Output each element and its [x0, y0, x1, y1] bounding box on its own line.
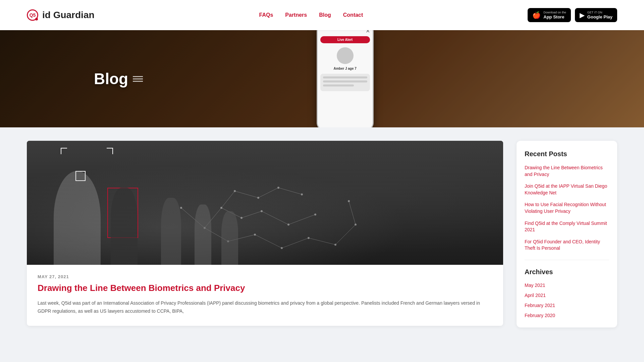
person-silhouette-1 — [54, 171, 101, 265]
hero-phone: ✕ Live Alert Amber J age 7 — [317, 30, 374, 127]
archive-april-2021[interactable]: April 2021 — [525, 293, 609, 298]
svg-line-15 — [335, 225, 356, 245]
post-card: MAY 27, 2021 Drawing the Line Between Bi… — [27, 265, 503, 326]
svg-point-21 — [281, 247, 283, 249]
archive-feb-2020[interactable]: February 2020 — [525, 313, 609, 318]
heading-line-3 — [133, 81, 143, 82]
blog-featured-image — [27, 141, 503, 265]
logo-icon: Q5 — [27, 9, 38, 21]
svg-point-23 — [334, 244, 336, 246]
svg-line-8 — [241, 211, 262, 218]
sidebar-post-1[interactable]: Drawing the Line Between Biometrics and … — [525, 165, 609, 178]
google-play-icon: ▶ — [580, 11, 585, 19]
archives-title: Archives — [525, 268, 609, 276]
heading-line-1 — [133, 76, 143, 77]
phone-screen: ✕ Live Alert Amber J age 7 — [318, 30, 373, 127]
scan-tl-corner — [60, 147, 74, 162]
archive-may-2021[interactable]: May 2021 — [525, 283, 609, 288]
hero-section: ✕ Live Alert Amber J age 7 Blog — [0, 30, 644, 127]
svg-point-24 — [220, 207, 222, 209]
blog-image-inner — [27, 141, 503, 265]
blog-heading: Blog — [94, 70, 143, 88]
app-store-text: Download on the App Store — [543, 11, 566, 19]
svg-line-13 — [258, 188, 278, 198]
google-play-button[interactable]: ▶ GET IT ON Google Play — [575, 8, 617, 22]
svg-point-30 — [257, 197, 259, 199]
nav-contact[interactable]: Contact — [343, 12, 363, 18]
svg-line-12 — [235, 191, 258, 198]
sidebar-post-5[interactable]: For Q5id Founder and CEO, Identity Theft… — [525, 239, 609, 252]
main-nav: FAQs Partners Blog Contact — [259, 12, 363, 18]
post-excerpt: Last week, Q5id was part of an Internati… — [38, 299, 492, 315]
phone-close-icon: ✕ — [320, 30, 370, 34]
svg-point-26 — [261, 210, 263, 212]
sidebar: Recent Posts Drawing the Line Between Bi… — [517, 141, 617, 327]
logo[interactable]: Q5 id Guardian — [27, 9, 95, 21]
scan-corner-svg-tr — [101, 147, 114, 161]
sidebar-post-4[interactable]: Find Q5id at the Comply Virtual Summit 2… — [525, 220, 609, 233]
svg-point-32 — [301, 193, 303, 195]
phone-avatar — [337, 47, 354, 64]
recent-posts-title: Recent Posts — [525, 150, 609, 158]
blog-title: Blog — [94, 70, 128, 88]
svg-point-25 — [240, 217, 243, 219]
svg-point-34 — [348, 200, 350, 202]
svg-line-16 — [349, 201, 356, 225]
post-date: MAY 27, 2021 — [38, 274, 492, 279]
scan-corner-svg-tl — [60, 147, 74, 161]
content-wrapper: MAY 27, 2021 Drawing the Line Between Bi… — [0, 127, 644, 341]
sidebar-divider — [525, 260, 609, 260]
nav-blog[interactable]: Blog — [319, 12, 331, 18]
person-silhouette-5 — [221, 211, 238, 265]
svg-point-29 — [234, 190, 236, 192]
svg-line-11 — [221, 191, 235, 208]
scan-tr-corner — [101, 147, 114, 162]
person-silhouette-3 — [161, 198, 181, 265]
svg-line-14 — [278, 188, 302, 194]
post-title[interactable]: Drawing the Line Between Biometrics and … — [38, 283, 492, 294]
phone-details — [320, 74, 370, 91]
heading-decoration — [133, 76, 143, 82]
phone-detail-1 — [323, 76, 367, 78]
heading-line-2 — [133, 78, 143, 79]
sidebar-post-2[interactable]: Join Q5id at the IAPP Virtual San Diego … — [525, 183, 609, 196]
header: Q5 id Guardian FAQs Partners Blog Contac… — [0, 0, 644, 30]
google-play-text: GET IT ON Google Play — [587, 11, 612, 19]
phone-detail-3 — [323, 84, 354, 86]
person-silhouette-4 — [195, 204, 211, 265]
apple-icon: 🍎 — [532, 11, 541, 19]
phone-alert: Live Alert — [320, 36, 370, 43]
sidebar-post-3[interactable]: How to Use Facial Recognition Without Vi… — [525, 201, 609, 215]
phone-child-name: Amber J age 7 — [320, 67, 370, 70]
phone-detail-2 — [323, 80, 367, 82]
svg-line-10 — [288, 215, 315, 225]
svg-line-4 — [282, 238, 309, 248]
svg-point-27 — [287, 224, 289, 226]
nav-faqs[interactable]: FAQs — [259, 12, 273, 18]
archive-feb-2021[interactable]: February 2021 — [525, 303, 609, 308]
svg-line-9 — [262, 211, 288, 225]
svg-point-20 — [254, 234, 256, 236]
sidebar-card: Recent Posts Drawing the Line Between Bi… — [517, 141, 617, 327]
content-area: MAY 27, 2021 Drawing the Line Between Bi… — [27, 141, 503, 326]
svg-line-3 — [255, 235, 282, 248]
svg-point-17 — [180, 207, 182, 209]
svg-point-31 — [277, 187, 279, 189]
nav-partners[interactable]: Partners — [285, 12, 307, 18]
svg-point-33 — [355, 224, 357, 226]
svg-point-22 — [308, 237, 310, 239]
svg-line-5 — [309, 238, 335, 245]
logo-text: id Guardian — [42, 10, 95, 20]
store-buttons: 🍎 Download on the App Store ▶ GET IT ON … — [528, 8, 617, 22]
svg-point-28 — [314, 214, 316, 216]
person-silhouette-2 — [111, 188, 138, 265]
app-store-button[interactable]: 🍎 Download on the App Store — [528, 8, 571, 22]
